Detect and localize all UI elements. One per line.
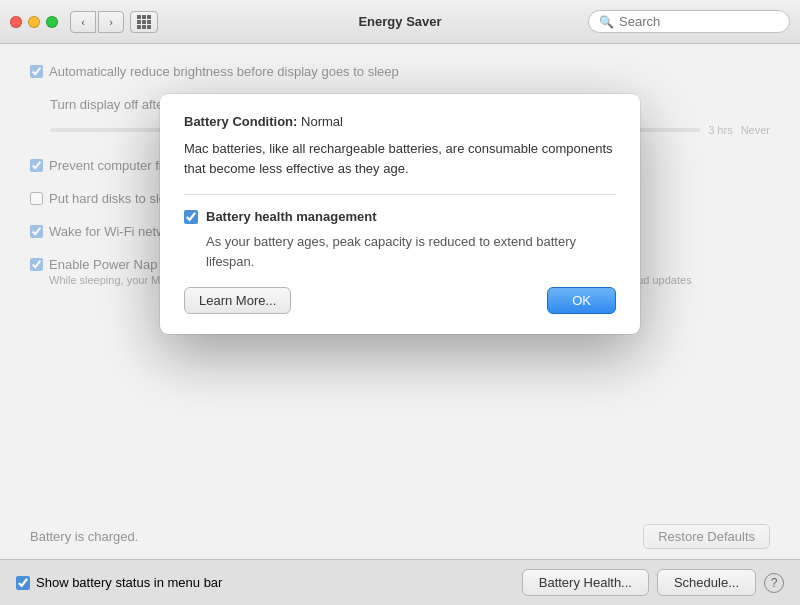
dialog-condition: Normal: [301, 114, 343, 129]
nav-buttons: ‹ ›: [70, 11, 124, 33]
search-icon: 🔍: [599, 15, 614, 29]
forward-button[interactable]: ›: [98, 11, 124, 33]
dialog-title: Battery Condition: Normal: [184, 114, 343, 129]
dialog-title-row: Battery Condition: Normal: [184, 114, 616, 129]
dialog-body-text: Mac batteries, like all rechargeable bat…: [184, 139, 616, 178]
traffic-lights: [10, 16, 58, 28]
main-content: Automatically reduce brightness before d…: [0, 44, 800, 605]
minimize-button[interactable]: [28, 16, 40, 28]
battery-dialog: Battery Condition: Normal Mac batteries,…: [160, 94, 640, 334]
grid-button[interactable]: [130, 11, 158, 33]
maximize-button[interactable]: [46, 16, 58, 28]
dialog-overlay: Battery Condition: Normal Mac batteries,…: [0, 44, 800, 605]
battery-health-label: Battery health management: [206, 209, 377, 224]
search-bar[interactable]: 🔍: [588, 10, 790, 33]
dialog-divider: [184, 194, 616, 195]
ok-button[interactable]: OK: [547, 287, 616, 314]
dialog-checkbox-row: Battery health management: [184, 209, 616, 224]
dialog-checkbox-desc: As your battery ages, peak capacity is r…: [206, 232, 616, 271]
titlebar: ‹ › Energy Saver 🔍: [0, 0, 800, 44]
close-button[interactable]: [10, 16, 22, 28]
grid-icon: [137, 15, 151, 29]
back-button[interactable]: ‹: [70, 11, 96, 33]
search-input[interactable]: [619, 14, 779, 29]
window-title: Energy Saver: [358, 14, 441, 29]
dialog-actions: Learn More... OK: [184, 287, 616, 314]
learn-more-button[interactable]: Learn More...: [184, 287, 291, 314]
battery-health-checkbox[interactable]: [184, 210, 198, 224]
